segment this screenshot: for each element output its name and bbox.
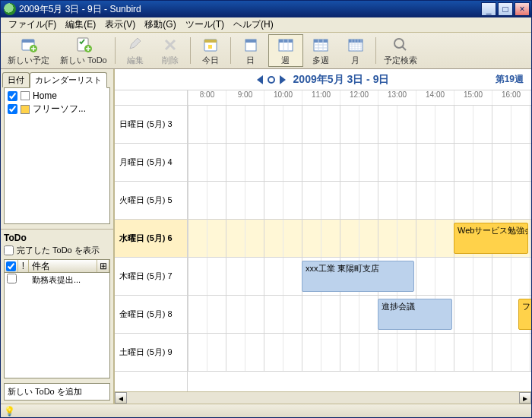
calendar-freesoft-checkbox[interactable] xyxy=(8,104,17,114)
search-button[interactable]: 予定検索 xyxy=(378,34,423,67)
add-todo-input[interactable]: 新しい ToDo を追加 xyxy=(4,383,110,401)
time-grid[interactable]: 8:009:0010:0011:0012:0013:0014:0015:0016… xyxy=(188,90,531,391)
grid-row[interactable] xyxy=(188,182,531,220)
calendar-header: 2009年5月 3日 - 9日 第19週 xyxy=(115,69,531,90)
calendar-event[interactable]: フリーソ xyxy=(518,299,531,330)
menu-edit[interactable]: 編集(E) xyxy=(61,17,100,33)
calendar-home-checkbox[interactable] xyxy=(8,91,17,101)
week-view-button[interactable]: 週 xyxy=(268,34,303,67)
close-button[interactable]: × xyxy=(515,2,530,16)
svg-rect-1 xyxy=(22,40,34,43)
new-event-icon xyxy=(20,36,38,54)
menu-help[interactable]: ヘルプ(H) xyxy=(229,17,278,33)
calendar-list: Home フリーソフ... xyxy=(4,87,110,224)
window-title: 2009年5月 3日 - 9日 - Sunbird xyxy=(19,3,141,16)
statusbar: 💡 xyxy=(1,404,531,417)
menu-view[interactable]: 表示(V) xyxy=(100,17,140,33)
prev-week-button[interactable] xyxy=(257,75,263,84)
grid-row[interactable] xyxy=(188,334,531,372)
new-todo-button[interactable]: 新しい ToDo xyxy=(55,34,112,67)
todo-col-select[interactable] xyxy=(6,261,16,271)
svg-rect-9 xyxy=(245,40,256,43)
grid-row[interactable] xyxy=(188,106,531,144)
tab-date[interactable]: 日付 xyxy=(2,72,30,87)
week-icon xyxy=(277,36,295,54)
day-label: 火曜日 (5月) 5 xyxy=(115,182,187,220)
app-icon xyxy=(4,3,16,15)
todo-title: ToDo xyxy=(4,233,110,243)
show-completed-checkbox[interactable] xyxy=(4,245,14,255)
svg-rect-6 xyxy=(204,40,217,43)
titlebar[interactable]: 2009年5月 3日 - 9日 - Sunbird _ □ × xyxy=(1,1,531,17)
day-label: 金曜日 (5月) 8 xyxy=(115,296,187,334)
hour-header: 8:009:0010:0011:0012:0013:0014:0015:0016… xyxy=(188,90,531,106)
tab-calendar-list[interactable]: カレンダーリスト xyxy=(30,72,107,88)
today-icon xyxy=(201,36,220,54)
month-icon xyxy=(347,36,365,54)
scroll-left-button[interactable]: ◂ xyxy=(115,392,127,404)
hour-label: 8:00 xyxy=(188,90,226,105)
svg-rect-15 xyxy=(349,40,363,43)
hour-label: 12:00 xyxy=(340,90,378,105)
calendar-item-home[interactable]: Home xyxy=(6,90,108,102)
goto-today-button[interactable] xyxy=(268,76,275,84)
multiweek-icon xyxy=(312,36,330,54)
edit-icon xyxy=(126,36,144,54)
calendar-freesoft-color xyxy=(21,105,30,114)
calendar-event[interactable]: 進捗会議 xyxy=(378,299,452,330)
calendar-event[interactable]: Webサービス勉強会 xyxy=(454,223,528,254)
new-event-button[interactable]: 新しい予定 xyxy=(2,34,55,67)
todo-list: 勤務表提出... xyxy=(4,273,110,378)
todo-item-checkbox[interactable] xyxy=(7,274,17,283)
day-view-button[interactable]: 日 xyxy=(233,34,268,67)
week-number-label: 第19週 xyxy=(496,73,524,86)
svg-rect-7 xyxy=(208,45,212,49)
today-button[interactable]: 今日 xyxy=(193,34,228,67)
multiweek-button[interactable]: 多週 xyxy=(303,34,338,67)
menu-file[interactable]: ファイル(F) xyxy=(4,17,61,33)
todo-item-title: 勤務表提出... xyxy=(29,274,84,286)
grid-row[interactable] xyxy=(188,144,531,182)
svg-rect-13 xyxy=(314,40,328,43)
calendar-view: 2009年5月 3日 - 9日 第19週 日曜日 (5月) 3月曜日 (5月) … xyxy=(115,69,531,404)
month-view-button[interactable]: 月 xyxy=(338,34,373,67)
minimize-button[interactable]: _ xyxy=(481,2,496,16)
calendar-item-freesoft[interactable]: フリーソフ... xyxy=(6,102,108,116)
hour-label: 17 xyxy=(530,90,531,105)
day-label: 水曜日 (5月) 6 xyxy=(115,220,187,258)
show-completed-label: 完了した ToDo を表示 xyxy=(17,245,100,256)
menu-tools[interactable]: ツール(T) xyxy=(181,17,229,33)
hour-label: 16:00 xyxy=(492,90,530,105)
todo-pane: ToDo 完了した ToDo を表示 ! 件名 ⊞ 勤務表提出... xyxy=(1,229,113,404)
delete-icon xyxy=(161,36,179,54)
calendar-event[interactable]: xxx工業 東陽町支店 xyxy=(302,261,414,292)
svg-rect-11 xyxy=(279,40,293,43)
horizontal-scrollbar[interactable]: ◂ ▸ xyxy=(115,391,531,404)
todo-col-picker[interactable]: ⊞ xyxy=(97,260,109,272)
todo-item[interactable]: 勤務表提出... xyxy=(5,273,109,287)
day-labels-column: 日曜日 (5月) 3月曜日 (5月) 4火曜日 (5月) 5水曜日 (5月) 6… xyxy=(115,90,188,391)
delete-button: 削除 xyxy=(153,34,188,67)
grid-row[interactable]: 進捗会議フリーソ xyxy=(188,296,531,334)
menu-go[interactable]: 移動(G) xyxy=(140,17,180,33)
next-week-button[interactable] xyxy=(280,75,286,84)
day-label: 日曜日 (5月) 3 xyxy=(115,106,187,144)
toolbar: 新しい予定 新しい ToDo 編集 削除 今日 xyxy=(1,33,531,69)
todo-col-priority[interactable]: ! xyxy=(18,260,29,272)
maximize-button[interactable]: □ xyxy=(498,2,513,16)
grid-row[interactable]: xxx工業 東陽町支店 xyxy=(188,258,531,296)
grid-row[interactable]: Webサービス勉強会 xyxy=(188,220,531,258)
day-label: 月曜日 (5月) 4 xyxy=(115,144,187,182)
hour-label: 11:00 xyxy=(302,90,340,105)
scroll-right-button[interactable]: ▸ xyxy=(519,392,531,404)
tip-icon: 💡 xyxy=(4,406,15,416)
new-todo-icon xyxy=(74,36,93,54)
edit-button: 編集 xyxy=(118,34,153,67)
calendar-home-color xyxy=(21,91,30,100)
todo-header: ! 件名 ⊞ xyxy=(4,259,110,273)
date-range-label: 2009年5月 3日 - 9日 xyxy=(293,73,390,87)
menubar: ファイル(F) 編集(E) 表示(V) 移動(G) ツール(T) ヘルプ(H) xyxy=(1,17,531,33)
hour-label: 10:00 xyxy=(264,90,302,105)
day-icon xyxy=(242,36,260,54)
todo-col-title[interactable]: 件名 xyxy=(29,260,97,272)
